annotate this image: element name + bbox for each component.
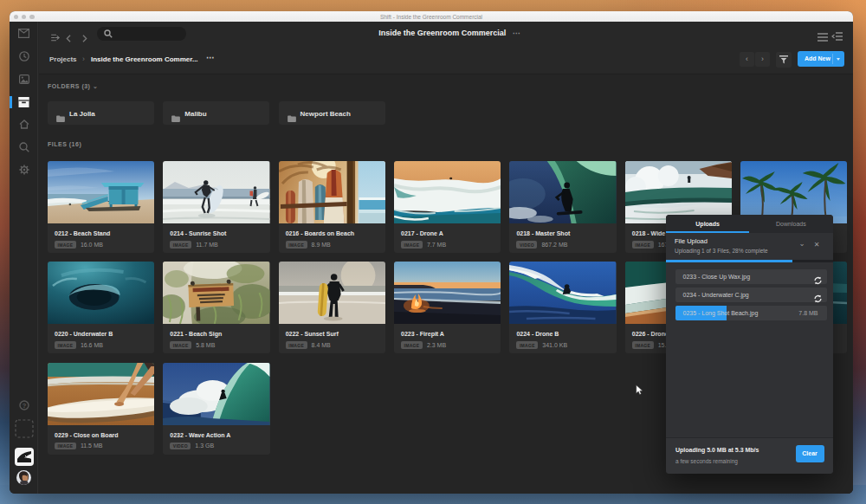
- svg-text:?: ?: [22, 402, 26, 410]
